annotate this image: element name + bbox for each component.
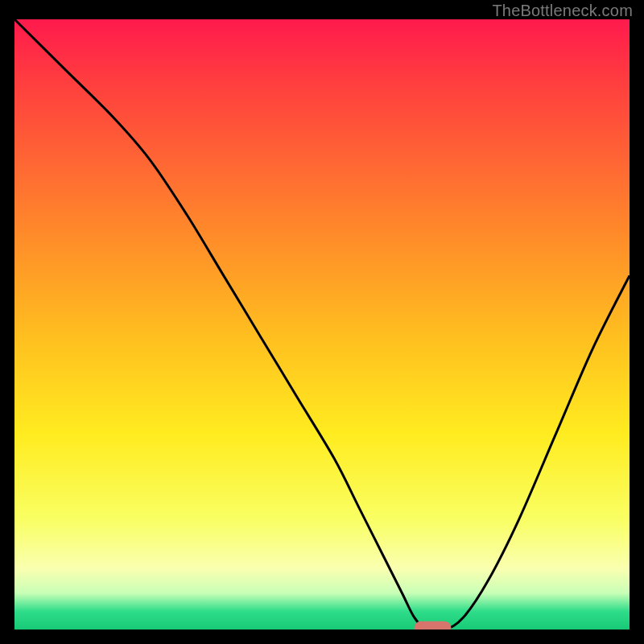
chart-frame: TheBottleneck.com	[0, 0, 644, 644]
watermark-text: TheBottleneck.com	[492, 2, 633, 20]
optimal-marker-pill	[415, 621, 452, 630]
plot-area	[14, 19, 630, 630]
chart-svg	[14, 19, 630, 630]
